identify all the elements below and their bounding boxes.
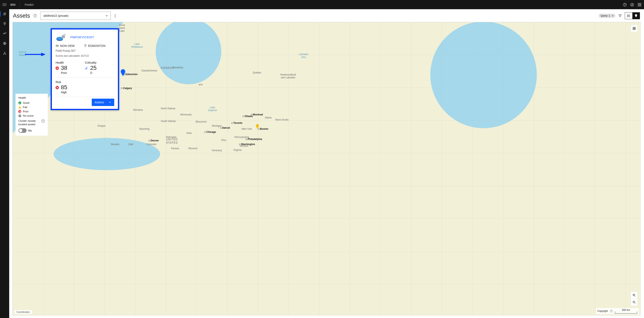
header-left: IBM Predict: [2, 2, 34, 8]
city-edmonton: Edmonton: [124, 73, 138, 76]
cluster-toggle[interactable]: [18, 128, 26, 133]
side-nav: [0, 9, 9, 318]
svg-point-9: [640, 4, 641, 5]
map-region-label: Missouri: [188, 147, 198, 150]
svg-point-1: [624, 5, 625, 6]
annotation-arrow: [25, 52, 45, 57]
map-region-label: Lake Athabasca: [131, 43, 143, 48]
info-icon[interactable]: [41, 119, 45, 123]
global-header: IBM Predict: [0, 0, 644, 9]
svg-rect-42: [634, 29, 636, 30]
svg-point-35: [63, 34, 66, 36]
map-region-label: North Dakota: [161, 107, 175, 110]
map-region-label: Oregon: [98, 124, 106, 127]
shell: Assets s60think22 (private) Query: 1 ✕: [0, 9, 644, 318]
asset-description: Field Pump 007: [56, 49, 114, 52]
svg-point-3: [632, 4, 633, 5]
map-container[interactable]: Great Slave Lake Gulf of Alaska Lake Ath…: [12, 22, 641, 315]
header-right: [623, 3, 642, 7]
svg-point-6: [640, 3, 641, 4]
city-chicago: Chicago: [204, 130, 216, 133]
app-switcher-icon[interactable]: [638, 3, 642, 7]
divider: [56, 77, 114, 78]
city-philadelphia: Philadelphia: [246, 138, 262, 140]
zoom-in-icon: [632, 294, 636, 297]
main-content: Assets s60think22 (private) Query: 1 ✕: [9, 9, 644, 318]
page-header: Assets s60think22 (private) Query: 1 ✕: [9, 9, 644, 22]
legend-good: Good: [18, 101, 45, 104]
chevron-down-icon: [105, 14, 108, 17]
nav-globe[interactable]: [0, 40, 9, 47]
close-icon[interactable]: ✕: [612, 14, 614, 17]
page-title: Assets: [13, 13, 30, 19]
toggle-label: No: [28, 129, 32, 132]
city-boston: Boston: [258, 127, 268, 130]
filter-icon[interactable]: [618, 14, 622, 18]
help-icon[interactable]: [623, 3, 627, 7]
brand: IBM: [10, 3, 16, 6]
svg-point-15: [4, 23, 5, 24]
error-icon: [56, 86, 59, 89]
overflow-menu-icon[interactable]: [115, 14, 116, 17]
workspace-label: s60think22 (private): [43, 14, 68, 17]
nav-analytics[interactable]: [0, 31, 9, 37]
svg-marker-31: [41, 53, 45, 56]
query-tag[interactable]: Query: 1 ✕: [599, 14, 616, 18]
actions-button[interactable]: Actions: [92, 99, 114, 106]
city-toronto: Toronto: [231, 121, 242, 124]
svg-point-46: [611, 310, 611, 311]
info-icon[interactable]: [33, 14, 37, 18]
city-detroit: Detroit: [220, 126, 230, 129]
zoom-out-button[interactable]: [631, 299, 638, 306]
asset-popup: PMPDEVICE007 NON-OEM EDMONTON Field Pump…: [51, 28, 119, 110]
zoom-controls: [631, 292, 638, 306]
legend-noscore: No score: [18, 114, 45, 117]
query-tag-label: Query: 1: [601, 14, 610, 17]
info-icon[interactable]: [610, 309, 613, 312]
header-controls: Query: 1 ✕: [599, 12, 640, 19]
nav-assets[interactable]: [0, 11, 9, 17]
menu-icon[interactable]: [2, 3, 6, 7]
map-region-label: Kansas: [171, 147, 179, 150]
nav-hierarchy[interactable]: [0, 50, 9, 56]
unknown-icon: [18, 114, 21, 117]
map-region-label: Wyoming: [139, 127, 150, 130]
asset-thumbnail: [56, 33, 66, 41]
map-region-label: Labrador Sea: [299, 53, 308, 59]
legend-panel: Health Good Fair Poor No score Cluster c…: [16, 94, 48, 136]
risk-score: Risk 85 High: [56, 79, 114, 96]
map-marker[interactable]: [256, 124, 259, 129]
city-montreal: Montreal: [251, 113, 263, 116]
svg-point-11: [639, 6, 640, 6]
calc-timestamp: Scores last calculated: 4/27/22: [56, 54, 114, 57]
legend-poor: Poor: [18, 110, 45, 113]
svg-point-12: [640, 6, 641, 6]
map-region-label: Saskatchewan: [142, 69, 157, 72]
asset-id-link[interactable]: PMPDEVICE007: [70, 35, 94, 39]
nav-locations[interactable]: [0, 21, 9, 27]
bars-icon: [85, 67, 88, 69]
list-view-button[interactable]: [625, 13, 632, 19]
layers-button[interactable]: [631, 25, 638, 32]
map-region-label: Utah: [128, 143, 133, 146]
map-view-button[interactable]: [632, 13, 640, 19]
zoom-in-button[interactable]: [631, 292, 638, 299]
health-score: Health 38 Poor: [56, 60, 85, 77]
user-avatar-icon[interactable]: [630, 3, 634, 7]
city-washington: Washington: [239, 143, 255, 146]
map-region-label: Montana: [133, 108, 143, 111]
svg-rect-40: [634, 27, 636, 28]
svg-point-27: [627, 16, 628, 16]
svg-point-36: [85, 45, 86, 46]
svg-point-10: [638, 6, 638, 6]
chevron-down-icon: [108, 101, 111, 104]
map-region-label: Nova Scotia: [275, 118, 288, 121]
svg-rect-41: [633, 29, 634, 30]
map-region-label: CANADA: [161, 66, 174, 69]
map-marker-selected[interactable]: [120, 69, 126, 76]
workspace-dropdown[interactable]: s60think22 (private): [40, 12, 111, 20]
map-region-label: New York: [242, 127, 252, 130]
map-region-label: ario: [198, 83, 203, 86]
svg-point-26: [627, 15, 628, 15]
map-region-label: Maine: [265, 116, 272, 119]
